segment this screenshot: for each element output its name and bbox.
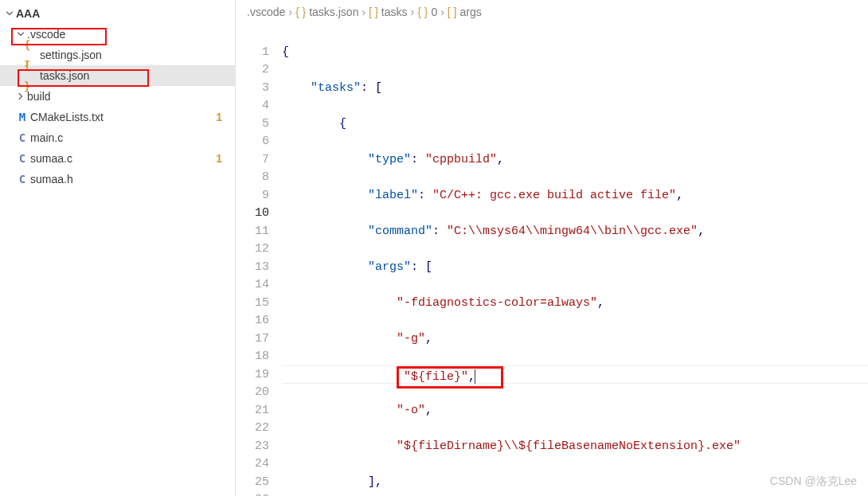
tree-label: build	[27, 86, 235, 107]
breadcrumb-segment[interactable]: tasks.json	[309, 6, 358, 18]
array-icon: [ ]	[448, 6, 457, 18]
breadcrumb-segment[interactable]: .vscode	[247, 6, 285, 18]
chevron-right-icon	[14, 92, 27, 101]
tree-file-main-c[interactable]: C main.c	[0, 127, 235, 148]
annotation-highlight-tasks	[18, 69, 149, 87]
code-editor[interactable]: 1234567891011121314151617181920212223242…	[236, 24, 868, 496]
tree-label: sumaa.c	[30, 148, 216, 169]
tree-file-cmakelists[interactable]: M CMakeLists.txt 1	[0, 107, 235, 127]
c-file-icon: C	[14, 169, 30, 189]
watermark: CSDN @洛克Lee	[770, 472, 857, 490]
tree-label: AAA	[16, 3, 235, 24]
tree-label: CMakeLists.txt	[30, 107, 216, 127]
tree-label: main.c	[30, 127, 235, 148]
tree-file-sumaa-c[interactable]: C sumaa.c 1	[0, 148, 235, 169]
breadcrumb-segment[interactable]: 0	[431, 6, 437, 18]
chevron-right-icon: ›	[440, 6, 444, 18]
chevron-right-icon: ›	[288, 6, 292, 18]
tree-label: sumaa.h	[30, 169, 235, 189]
editor-area: .vscode › { } tasks.json › [ ] tasks › {…	[236, 0, 868, 496]
code-lines[interactable]: { "tasks": [ { "type": "cppbuild", "labe…	[282, 24, 868, 496]
explorer-sidebar: AAA .vscode { } settings.json { } tasks.…	[0, 0, 236, 496]
breadcrumbs[interactable]: .vscode › { } tasks.json › [ ] tasks › {…	[236, 0, 868, 24]
gutter: 1234567891011121314151617181920212223242…	[236, 24, 282, 496]
annotation-highlight-vscode	[11, 28, 107, 45]
breadcrumb-segment[interactable]: tasks	[381, 6, 408, 18]
tree-file-sumaa-h[interactable]: C sumaa.h	[0, 169, 235, 189]
array-icon: [ ]	[369, 6, 378, 18]
breadcrumb-segment[interactable]: args	[460, 6, 482, 18]
tree-label: settings.json	[40, 45, 235, 65]
tree-folder-build[interactable]: build	[0, 86, 235, 107]
c-file-icon: C	[14, 148, 30, 169]
problem-count: 1	[216, 148, 222, 169]
problem-count: 1	[216, 107, 222, 127]
chevron-right-icon: ›	[362, 6, 366, 18]
tree-folder-root[interactable]: AAA	[0, 3, 235, 24]
chevron-right-icon: ›	[410, 6, 414, 18]
json-icon: { }	[295, 6, 306, 18]
makefile-icon: M	[14, 107, 30, 127]
annotation-highlight-file-arg: "${file}",	[397, 366, 503, 389]
text-cursor	[475, 369, 475, 384]
c-file-icon: C	[14, 127, 30, 148]
json-icon: { }	[417, 6, 428, 18]
chevron-down-icon	[3, 9, 16, 18]
